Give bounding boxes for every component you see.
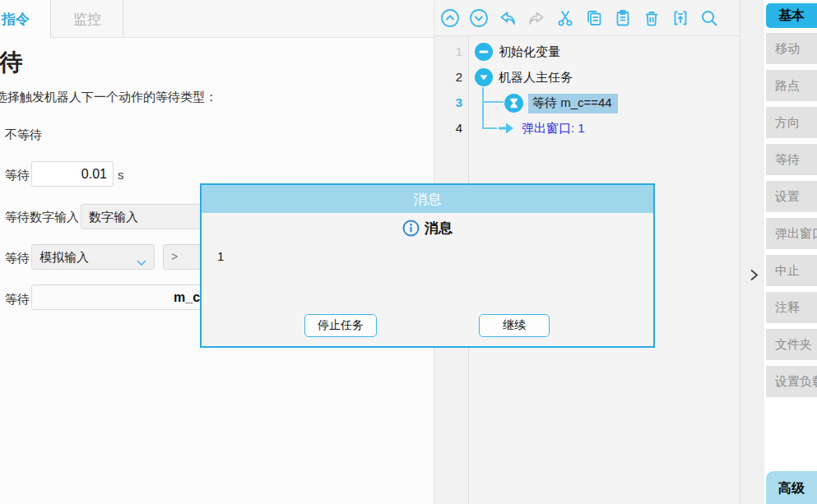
sidebar-item-waypoint[interactable]: 路点 <box>766 70 817 101</box>
expanded-node-icon[interactable] <box>474 67 494 87</box>
sidebar-item-payload[interactable]: 设置负载 <box>766 366 817 397</box>
tree-row-wait-selected[interactable]: 3 等待 m_c==44 <box>434 90 740 116</box>
tree-row-popup[interactable]: 4 弹出窗口: 1 <box>434 116 740 141</box>
undo-icon[interactable] <box>498 8 518 28</box>
sidebar-item-set[interactable]: 设置 <box>766 181 817 212</box>
cut-icon[interactable] <box>555 8 575 28</box>
analog-input-value: 模拟输入 <box>39 250 89 264</box>
paste-icon[interactable] <box>613 8 633 28</box>
sidebar-item-abort[interactable]: 中止 <box>766 255 817 286</box>
move-down-icon[interactable] <box>469 8 489 28</box>
copy-icon[interactable] <box>584 8 604 28</box>
tree-row-number: 3 <box>434 95 462 109</box>
wait-time-unit: s <box>118 168 124 182</box>
tree-toolbar <box>434 0 740 36</box>
command-sidebar: 基本 移动 路点 方向 等待 设置 弹出窗口 中止 注释 文件夹 设置负载 高级 <box>764 0 817 504</box>
search-icon[interactable] <box>699 8 719 28</box>
option-wait-time-label[interactable]: 等待 <box>5 168 30 183</box>
tree-row-label-selected: 等待 m_c==44 <box>528 94 618 113</box>
tree-row-number: 4 <box>434 121 462 135</box>
popup-arrow-icon <box>496 118 516 138</box>
tree-row-number: 1 <box>434 44 462 58</box>
message-dialog: 消息 消息 1 停止任务 继续 <box>200 183 655 348</box>
page-title: 等待 <box>0 47 22 78</box>
sidebar-item-comment[interactable]: 注释 <box>766 292 817 323</box>
sidebar-tab-basic[interactable]: 基本 <box>766 3 817 28</box>
tree-row-main-task[interactable]: 2 机器人主任务 <box>434 65 740 90</box>
delete-icon[interactable] <box>642 8 661 28</box>
info-icon <box>402 220 420 237</box>
robot-teach-pendant-app: 指令 监控 等待 选择触发机器人下一个动作的等待类型： 不等待 等待 0.01 … <box>0 0 817 504</box>
continue-button[interactable]: 继续 <box>479 314 550 337</box>
option-wait-digital-label[interactable]: 等待数字输入 <box>5 210 79 225</box>
wait-type-description: 选择触发机器人下一个动作的等待类型： <box>0 90 217 105</box>
tab-monitor[interactable]: 监控 <box>52 0 123 38</box>
insert-icon[interactable] <box>671 8 690 28</box>
tree-row-label-popup: 弹出窗口: 1 <box>522 121 585 136</box>
collapse-chevron-icon[interactable] <box>748 268 759 285</box>
tree-row-number: 2 <box>434 70 462 84</box>
option-wait-expression-label[interactable]: 等待 <box>5 292 30 307</box>
sidebar-item-direction[interactable]: 方向 <box>766 107 817 138</box>
dialog-heading: 消息 <box>425 219 453 238</box>
sidebar-tab-advanced[interactable]: 高级 <box>766 471 817 504</box>
sidebar-item-move[interactable]: 移动 <box>766 33 817 64</box>
digital-input-select[interactable]: 数字输入 <box>81 204 219 229</box>
sidebar-item-wait[interactable]: 等待 <box>766 144 817 175</box>
move-up-icon[interactable] <box>440 8 460 28</box>
collapsed-node-icon[interactable] <box>474 42 494 62</box>
tab-instruction[interactable]: 指令 <box>0 0 51 38</box>
analog-input-select[interactable]: 模拟输入 <box>31 244 155 270</box>
chevron-down-icon <box>137 255 146 269</box>
option-wait-analog-label[interactable]: 等待 <box>5 251 30 266</box>
tree-row-label: 机器人主任务 <box>499 70 573 86</box>
panel-collapse-strip <box>741 0 764 504</box>
tree-row-label: 初始化变量 <box>499 44 560 60</box>
sidebar-item-folder[interactable]: 文件夹 <box>766 329 817 360</box>
dialog-message-content: 1 <box>217 249 224 263</box>
stop-task-button[interactable]: 停止任务 <box>304 314 377 337</box>
redo-icon <box>527 8 546 28</box>
wait-time-input[interactable]: 0.01 <box>31 161 114 187</box>
dialog-info-row: 消息 <box>202 219 653 238</box>
dialog-titlebar[interactable]: 消息 <box>202 185 653 213</box>
tree-row-init-vars[interactable]: 1 初始化变量 <box>434 39 740 65</box>
option-no-wait[interactable]: 不等待 <box>5 127 42 143</box>
sidebar-item-popup[interactable]: 弹出窗口 <box>766 218 817 249</box>
tab-bar: 指令 监控 <box>0 0 434 38</box>
hourglass-icon[interactable] <box>504 93 523 113</box>
